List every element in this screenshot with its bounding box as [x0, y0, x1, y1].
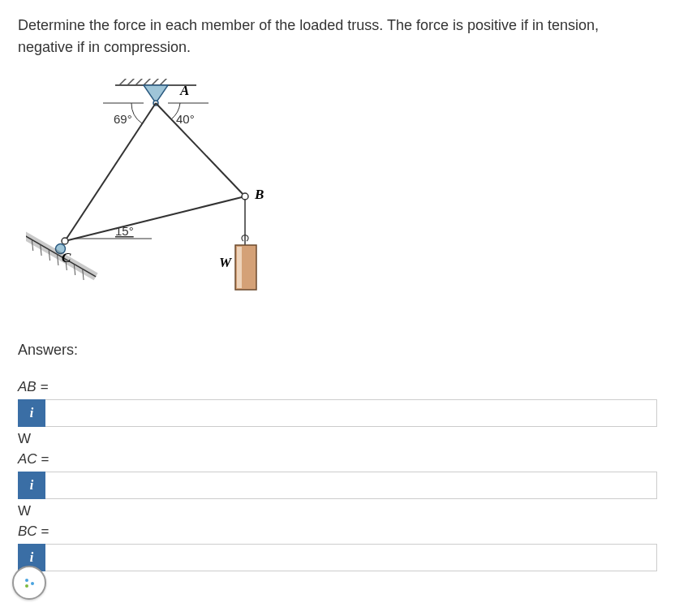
- input-ac[interactable]: [45, 472, 657, 499]
- angle-15: 15°: [115, 224, 134, 238]
- svg-line-2: [127, 79, 135, 85]
- svg-line-10: [65, 103, 156, 241]
- svg-line-12: [65, 196, 245, 241]
- svg-point-32: [25, 584, 28, 588]
- unit-ac: W: [18, 503, 657, 519]
- answers-heading: Answers:: [18, 342, 657, 359]
- info-icon[interactable]: i: [18, 399, 45, 427]
- cookie-icon: [19, 573, 39, 589]
- label-ac: AC =: [18, 451, 657, 467]
- label-a: A: [179, 83, 189, 98]
- svg-line-6: [160, 79, 168, 85]
- answer-row-ab: AB = i W: [18, 379, 657, 447]
- input-ab[interactable]: [45, 399, 657, 427]
- label-c: C: [62, 250, 71, 265]
- label-bc: BC =: [18, 523, 657, 540]
- svg-point-33: [31, 582, 34, 585]
- svg-point-13: [242, 193, 248, 200]
- unit-ab: W: [18, 431, 657, 447]
- truss-figure: A 69° 40° B W: [26, 79, 657, 317]
- svg-point-17: [62, 238, 68, 244]
- label-b: B: [254, 187, 264, 202]
- input-bc[interactable]: [45, 544, 657, 571]
- svg-line-5: [152, 79, 160, 85]
- answer-row-ac: AC = i W: [18, 451, 657, 519]
- svg-line-11: [156, 103, 245, 196]
- svg-line-4: [144, 79, 152, 85]
- label-ab: AB =: [18, 379, 657, 395]
- svg-rect-16: [237, 247, 242, 288]
- label-w: W: [219, 255, 233, 270]
- svg-line-1: [119, 79, 127, 85]
- svg-point-31: [25, 579, 28, 582]
- angle-40: 40°: [176, 112, 195, 126]
- svg-line-3: [135, 79, 144, 85]
- info-icon[interactable]: i: [18, 472, 45, 499]
- angle-69: 69°: [114, 112, 132, 126]
- answer-row-bc: BC = i: [18, 523, 657, 571]
- problem-statement: Determine the force in each member of th…: [18, 15, 657, 58]
